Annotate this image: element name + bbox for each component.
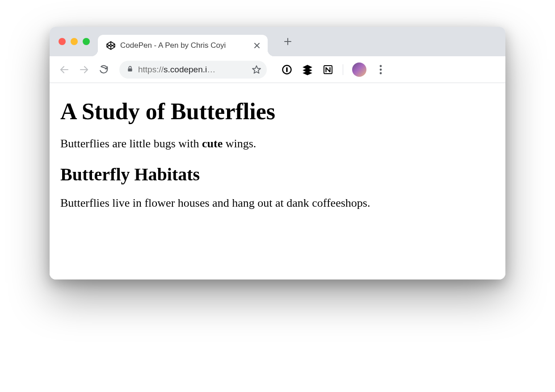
- minimize-window-button[interactable]: [71, 38, 78, 45]
- tab-title: CodePen - A Pen by Chris Coyi: [120, 41, 249, 50]
- paragraph-1-bold: cute: [202, 137, 223, 150]
- tab-strip: CodePen - A Pen by Chris Coyi: [50, 27, 505, 56]
- buffer-extension-icon[interactable]: [302, 64, 313, 75]
- page-heading-2: Butterfly Habitats: [60, 164, 495, 185]
- maximize-window-button[interactable]: [83, 38, 90, 45]
- notion-extension-icon[interactable]: [322, 64, 334, 75]
- paragraph-1: Butterflies are little bugs with cute wi…: [60, 137, 495, 150]
- url-text: https://s.codepen.i…: [138, 65, 247, 75]
- svg-point-18: [380, 68, 382, 71]
- browser-window: CodePen - A Pen by Chris Coyi: [50, 27, 505, 279]
- url-host: s.codepen.i: [164, 65, 207, 74]
- browser-menu-button[interactable]: [375, 65, 386, 75]
- page-heading-1: A Study of Butterflies: [60, 98, 495, 125]
- paragraph-1-part-b: wings.: [223, 137, 256, 150]
- address-bar[interactable]: https://s.codepen.i…: [119, 61, 267, 79]
- svg-marker-10: [252, 66, 261, 73]
- svg-rect-9: [128, 68, 132, 71]
- new-tab-button[interactable]: [280, 34, 295, 49]
- paragraph-1-part-a: Butterflies are little bugs with: [60, 137, 202, 150]
- svg-marker-15: [303, 71, 312, 75]
- back-button[interactable]: [58, 63, 71, 76]
- lock-icon: [126, 65, 134, 74]
- toolbar-right: [281, 63, 386, 77]
- url-scheme: https://: [138, 65, 164, 74]
- svg-rect-12: [286, 67, 287, 72]
- window-controls: [59, 38, 90, 45]
- forward-button[interactable]: [77, 63, 91, 76]
- close-window-button[interactable]: [59, 38, 66, 45]
- page-content: A Study of Butterflies Butterflies are l…: [50, 83, 505, 279]
- paragraph-2: Butterflies live in flower houses and ha…: [60, 196, 495, 210]
- onepassword-extension-icon[interactable]: [281, 64, 293, 75]
- bookmark-star-icon[interactable]: [252, 65, 261, 75]
- svg-point-17: [380, 65, 382, 67]
- svg-point-19: [380, 72, 382, 74]
- browser-tab-active[interactable]: CodePen - A Pen by Chris Coyi: [98, 35, 268, 56]
- url-ellipsis: …: [207, 65, 215, 74]
- close-tab-button[interactable]: [253, 42, 261, 49]
- reload-button[interactable]: [97, 63, 110, 76]
- toolbar-divider: [343, 64, 343, 75]
- codepen-icon: [106, 41, 116, 50]
- browser-toolbar: https://s.codepen.i…: [50, 56, 505, 83]
- profile-avatar[interactable]: [352, 63, 366, 77]
